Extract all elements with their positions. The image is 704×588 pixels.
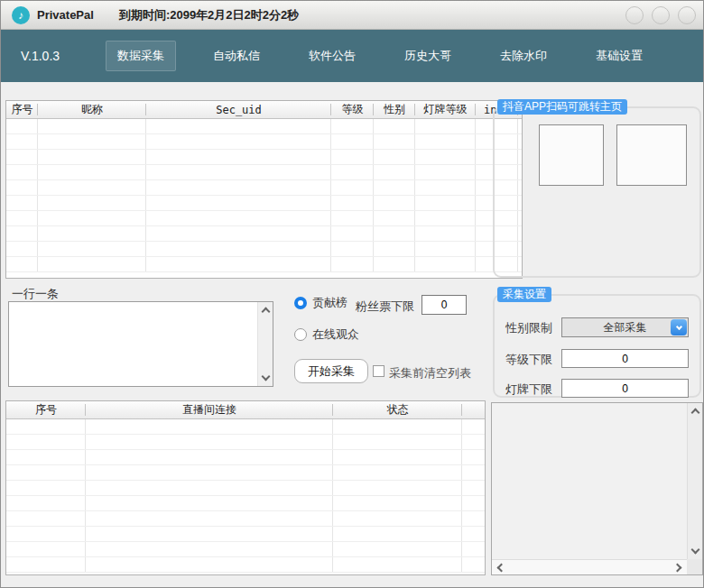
table-row	[6, 242, 522, 257]
app-window: ♪ PrivatePal 到期时间:2099年2月2日2时2分2秒 V.1.0.…	[0, 0, 704, 588]
app-name: PrivatePal	[37, 8, 94, 22]
table-row	[6, 435, 485, 450]
table-row	[6, 450, 485, 465]
level-limit-input[interactable]	[561, 349, 689, 368]
chevron-down-icon	[675, 323, 681, 329]
room-table-header: 序号直播间连接状态	[6, 401, 485, 419]
collect-settings-panel: 采集设置 性别限制 全部采集 等级下限 灯牌下限	[493, 294, 701, 398]
list-input-label: 一行一条	[12, 286, 59, 302]
nav-tabs: 数据采集自动私信软件公告历史大哥去除水印基础设置	[106, 41, 654, 71]
textarea-scrollbar[interactable]	[257, 302, 273, 386]
titlebar: ♪ PrivatePal 到期时间:2099年2月2日2时2分2秒	[1, 1, 703, 30]
table-row	[6, 527, 485, 542]
nav-tab-5[interactable]: 基础设置	[584, 41, 654, 71]
scroll-right-icon[interactable]	[670, 560, 685, 575]
scroll-down-icon[interactable]	[258, 369, 273, 384]
clear-before-collect-checkbox[interactable]	[373, 365, 384, 377]
nav-tab-4[interactable]: 去除水印	[488, 41, 559, 71]
start-collect-button[interactable]: 开始采集	[294, 359, 368, 383]
column-header[interactable]: Sec_uid	[146, 101, 331, 118]
table-row	[6, 196, 522, 211]
table-row	[6, 257, 522, 272]
scroll-up-icon[interactable]	[688, 405, 703, 420]
radio-contribution-list[interactable]: 贡献榜	[294, 295, 347, 311]
vertical-scrollbar[interactable]	[687, 403, 702, 559]
room-table[interactable]: 序号直播间连接状态	[5, 400, 486, 575]
column-header[interactable]: 性别	[374, 101, 415, 118]
user-table-body	[6, 119, 522, 272]
scrollbar-corner	[687, 559, 702, 574]
scroll-left-icon[interactable]	[494, 560, 509, 575]
column-header[interactable]: 等级	[331, 101, 374, 118]
qr-code-box-2	[616, 124, 687, 186]
horizontal-scrollbar[interactable]	[492, 559, 687, 574]
qr-panel-title: 抖音APP扫码可跳转主页	[497, 99, 627, 115]
column-header[interactable]: 序号	[6, 101, 38, 118]
radio-contribution-label: 贡献榜	[312, 295, 347, 311]
user-table[interactable]: 序号昵称Sec_uid等级性别灯牌等级info	[5, 100, 523, 279]
qr-code-box-1	[539, 124, 604, 186]
minimize-button[interactable]	[625, 6, 644, 24]
table-row	[6, 511, 485, 527]
collect-settings-title: 采集设置	[497, 287, 551, 302]
radio-dot-online[interactable]	[294, 328, 307, 341]
user-table-header: 序号昵称Sec_uid等级性别灯牌等级info	[6, 101, 522, 119]
room-table-body	[6, 419, 485, 573]
list-input[interactable]	[9, 302, 257, 386]
column-header[interactable]: 直播间连接	[86, 401, 333, 418]
badge-limit-input[interactable]	[561, 379, 689, 398]
maximize-button[interactable]	[652, 6, 670, 24]
qr-panel: 抖音APP扫码可跳转主页	[493, 106, 701, 278]
select-dropdown-button[interactable]	[671, 319, 687, 335]
navbar: V.1.0.3 数据采集自动私信软件公告历史大哥去除水印基础设置	[1, 30, 703, 82]
badge-limit-label: 灯牌下限	[505, 381, 552, 398]
gender-limit-select[interactable]: 全部采集	[561, 317, 689, 337]
scroll-up-icon[interactable]	[258, 304, 273, 319]
version-label: V.1.0.3	[21, 49, 82, 63]
nav-tab-1[interactable]: 自动私信	[201, 41, 272, 71]
close-button[interactable]	[678, 6, 696, 24]
column-header[interactable]: 序号	[6, 401, 86, 418]
table-row	[6, 226, 522, 242]
result-panel[interactable]	[491, 402, 703, 575]
column-header[interactable]: 昵称	[38, 101, 146, 118]
gender-limit-label: 性别限制	[505, 320, 552, 336]
expiry-time: 到期时间:2099年2月2日2时2分2秒	[119, 7, 299, 23]
table-row	[6, 119, 522, 134]
table-row	[6, 481, 485, 496]
radio-online-viewers[interactable]: 在线观众	[294, 326, 359, 343]
gender-limit-value: 全部采集	[604, 321, 647, 334]
table-row	[6, 419, 485, 435]
table-row	[6, 557, 485, 573]
nav-tab-2[interactable]: 软件公告	[297, 41, 367, 71]
table-row	[6, 134, 522, 150]
clear-before-collect-label: 采集前清空列表	[389, 365, 471, 381]
music-note-icon: ♪	[12, 6, 30, 24]
level-limit-label: 等级下限	[505, 352, 552, 368]
table-row	[6, 150, 522, 165]
fan-ticket-input[interactable]	[421, 295, 467, 315]
table-row	[6, 211, 522, 226]
column-header[interactable]: 灯牌等级	[415, 101, 476, 118]
table-row	[6, 542, 485, 557]
fan-ticket-label: 粉丝票下限	[356, 299, 414, 315]
radio-online-label: 在线观众	[312, 326, 359, 343]
list-input-box	[8, 301, 273, 387]
radio-dot-contribution[interactable]	[294, 297, 307, 309]
nav-tab-3[interactable]: 历史大哥	[393, 41, 463, 71]
table-row	[6, 165, 522, 180]
table-row	[6, 465, 485, 481]
table-row	[6, 180, 522, 196]
window-controls	[625, 6, 696, 24]
table-row	[6, 496, 485, 511]
scroll-down-icon[interactable]	[688, 542, 703, 557]
nav-tab-0[interactable]: 数据采集	[106, 41, 176, 71]
column-header[interactable]: 状态	[333, 401, 462, 418]
